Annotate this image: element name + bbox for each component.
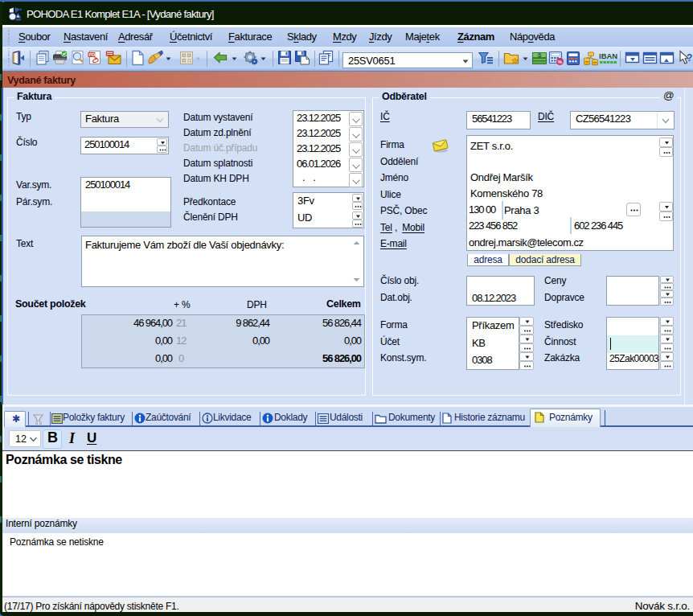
svg-text:$: $ <box>539 53 541 58</box>
svg-text:IBAN: IBAN <box>599 51 617 60</box>
svg-text:?: ? <box>687 52 692 64</box>
svg-text:PDF: PDF <box>89 52 99 57</box>
svg-text:%: % <box>558 60 563 64</box>
